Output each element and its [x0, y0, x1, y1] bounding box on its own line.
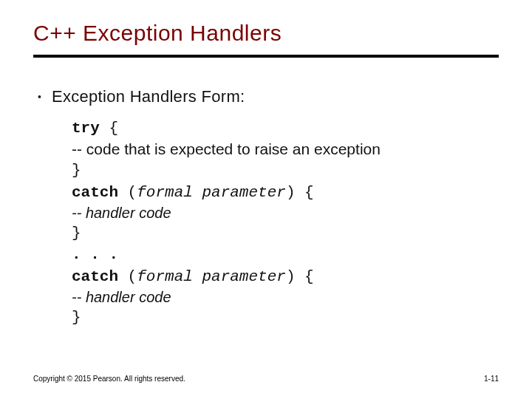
catch-keyword-1: catch [72, 184, 118, 201]
catch-paren-close-1: ) { [286, 184, 314, 201]
try-comment: -- code that is expected to raise an exc… [72, 139, 499, 160]
catch-close-brace-1: } [72, 223, 499, 244]
ellipsis: . . . [72, 245, 499, 265]
try-keyword: try [72, 120, 100, 137]
catch-keyword-2: catch [72, 268, 118, 285]
code-block: try { -- code that is expected to raise … [72, 117, 499, 329]
catch-paren-close-2: ) { [286, 268, 314, 285]
bullet-text: Exception Handlers Form: [52, 87, 245, 106]
formal-parameter-1: formal parameter [137, 184, 286, 201]
handler-comment-2: -- handler code [72, 287, 499, 307]
catch-close-brace-2: } [72, 307, 499, 328]
copyright-text: Copyright © 2015 Pearson. All rights res… [33, 375, 185, 383]
bullet-dot-icon: • [38, 92, 41, 102]
catch-paren-open-1: ( [118, 184, 137, 201]
try-close-brace: } [72, 160, 499, 181]
footer: Copyright © 2015 Pearson. All rights res… [33, 375, 499, 383]
page-number: 1-11 [484, 375, 499, 383]
handler-comment-1: -- handler code [72, 203, 499, 223]
slide-title: C++ Exception Handlers [33, 21, 499, 46]
bullet-item: • Exception Handlers Form: [38, 87, 499, 106]
catch-paren-open-2: ( [118, 268, 137, 285]
try-open-brace: { [100, 120, 118, 137]
formal-parameter-2: formal parameter [137, 268, 286, 285]
title-divider [33, 55, 499, 58]
